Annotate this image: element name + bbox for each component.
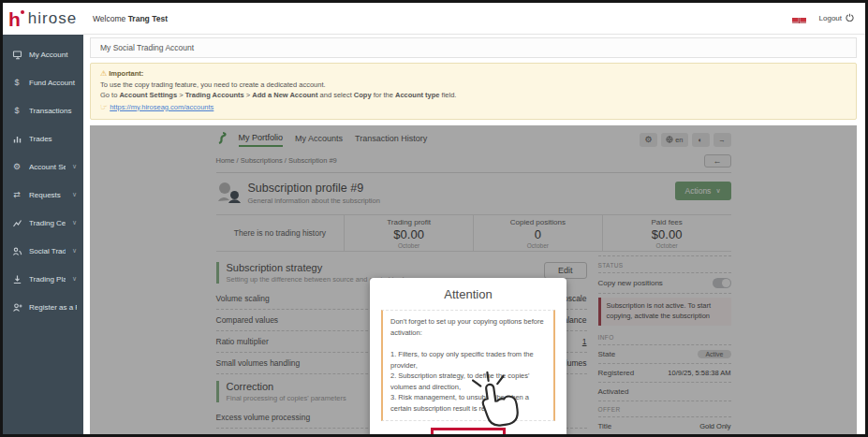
main-area: Welcome Trang Test Logout My Social Trad… xyxy=(83,3,865,434)
social-trading-widget: My Portfolio My Accounts Transaction His… xyxy=(90,125,857,434)
user-name: Trang Test xyxy=(128,14,168,23)
power-icon xyxy=(846,13,854,23)
sidebar-item-label: Trading Central xyxy=(29,219,66,227)
chevron-down-icon: ∨ xyxy=(72,219,77,226)
notice-line-1: To use the copy trading feature, you nee… xyxy=(100,80,846,90)
download-icon xyxy=(11,274,22,284)
sidebar-item-label: Trades xyxy=(29,135,77,143)
language-flag-icon[interactable] xyxy=(792,14,806,23)
hirose-h-icon: h xyxy=(8,9,21,29)
sidebar-item-label: Fund Account xyxy=(29,79,77,87)
top-header: Welcome Trang Test Logout xyxy=(83,3,865,35)
dollar-icon: $ xyxy=(11,107,22,115)
sidebar-item-label: Transactions xyxy=(29,107,77,115)
welcome-text: Welcome Trang Test xyxy=(93,14,168,23)
chevron-down-icon: ∨ xyxy=(72,275,77,283)
sidebar-item-account-settings[interactable]: ⚙ Account Settings ∨ xyxy=(3,153,83,181)
sidebar-item-requests[interactable]: ⇄ Requests ∨ xyxy=(3,181,83,209)
swap-arrows-icon: ⇄ xyxy=(11,191,22,199)
sidebar-item-register-partner[interactable]: Register as a Partner xyxy=(3,293,83,321)
sidebar-item-label: Register as a Partner xyxy=(29,303,77,312)
brand-name: hirose xyxy=(28,9,77,28)
logout-label: Logout xyxy=(819,14,842,22)
sidebar-item-label: Trading Platforms xyxy=(29,275,66,284)
sidebar: h hirose My Account $ Fund Account $ Tra… xyxy=(3,3,83,434)
people-icon xyxy=(11,246,22,256)
chevron-down-icon: ∨ xyxy=(72,163,77,170)
sidebar-item-my-account[interactable]: My Account xyxy=(3,40,83,68)
monitor-icon xyxy=(11,50,22,60)
sidebar-item-label: Requests xyxy=(29,191,66,199)
sidebar-item-trades[interactable]: Trades xyxy=(3,124,83,153)
sidebar-item-label: Social Trading xyxy=(29,247,66,255)
modal-title: Attention xyxy=(381,287,555,301)
warning-icon: ⚠ xyxy=(100,69,107,78)
person-plus-icon xyxy=(11,302,22,313)
gear-icon: ⚙ xyxy=(11,163,22,171)
notice-line-2: Go to Account Settings > Trading Account… xyxy=(100,90,846,100)
brand-logo[interactable]: h hirose xyxy=(3,3,83,35)
click-hand-cursor-icon xyxy=(462,367,524,434)
sidebar-item-label: Account Settings xyxy=(29,163,66,171)
dollar-icon: $ xyxy=(11,79,22,87)
pointing-hand-icon: ☞ xyxy=(100,102,108,111)
sidebar-item-transactions[interactable]: $ Transactions xyxy=(3,96,83,124)
sidebar-item-fund-account[interactable]: $ Fund Account xyxy=(3,68,83,96)
accounts-link[interactable]: https://my.hiroseag.com/accounts xyxy=(110,103,213,111)
sidebar-item-trading-platforms[interactable]: Trading Platforms ∨ xyxy=(3,265,83,293)
sidebar-nav: My Account $ Fund Account $ Transactions… xyxy=(3,35,83,321)
page-title: My Social Trading Account xyxy=(90,37,857,58)
logout-button[interactable]: Logout xyxy=(819,13,854,23)
sidebar-item-label: My Account xyxy=(29,51,77,59)
app: h hirose My Account $ Fund Account $ Tra… xyxy=(3,3,865,434)
sidebar-item-trading-central[interactable]: Trading Central ∨ xyxy=(3,209,83,237)
chevron-down-icon: ∨ xyxy=(72,191,77,198)
sidebar-item-social-trading[interactable]: Social Trading ∨ xyxy=(3,237,83,265)
line-chart-icon xyxy=(11,218,22,228)
bar-chart-icon xyxy=(11,134,22,144)
important-notice: ⚠ Important: To use the copy trading fea… xyxy=(90,63,857,120)
chevron-down-icon: ∨ xyxy=(72,247,77,255)
important-label: Important: xyxy=(109,69,143,78)
